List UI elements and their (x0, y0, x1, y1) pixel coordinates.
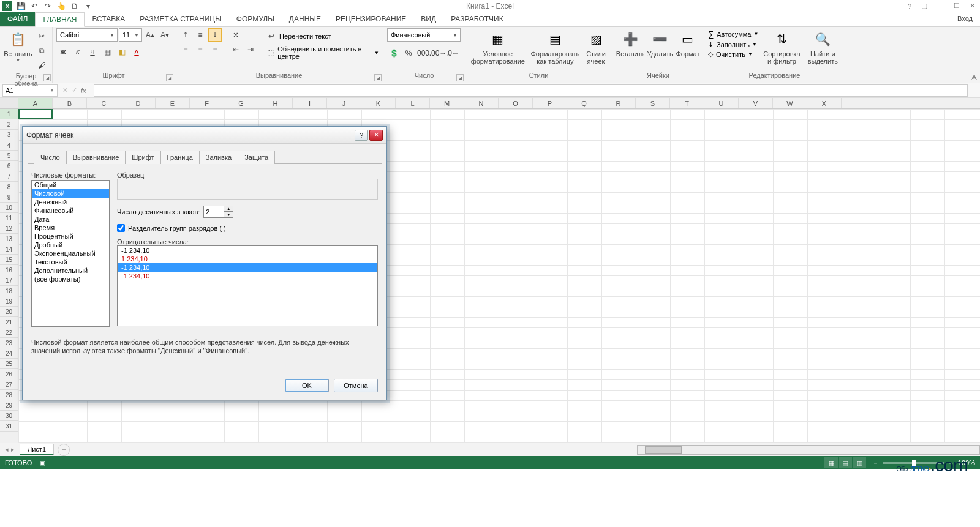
row-header[interactable]: 10 (0, 203, 18, 213)
spinner-up-button[interactable]: ▲ (224, 206, 233, 212)
row-header[interactable]: 17 (0, 275, 18, 286)
qat-save-button[interactable]: 💾 (16, 1, 26, 11)
format-list-item[interactable]: Дополнительный (32, 266, 109, 275)
spinner-down-button[interactable]: ▼ (224, 212, 233, 217)
sheet-prev-button[interactable]: ▸ (11, 446, 15, 454)
merge-center-button[interactable]: ⬚Объединить и поместить в центре▼ (265, 45, 379, 60)
qat-undo-button[interactable]: ↶ (29, 1, 39, 11)
row-header[interactable]: 7 (0, 171, 18, 182)
increase-indent-button[interactable]: ⇥ (244, 43, 257, 56)
column-header[interactable]: F (190, 98, 224, 108)
chevron-down-icon[interactable]: ▼ (108, 32, 116, 38)
align-center-button[interactable]: ≡ (194, 43, 207, 56)
negative-format-item[interactable]: -1 234,10 (118, 246, 377, 255)
column-header[interactable]: E (156, 98, 190, 108)
find-select-button[interactable]: 🔍Найти и выделить (805, 28, 840, 66)
format-list-item[interactable]: Общий (32, 181, 109, 189)
add-sheet-button[interactable]: ＋ (58, 444, 70, 456)
column-header[interactable]: J (327, 98, 361, 108)
sort-filter-button[interactable]: ⇅Сортировка и фильтр (761, 28, 802, 66)
zoom-slider[interactable] (883, 462, 944, 464)
row-header[interactable]: 20 (0, 307, 18, 317)
dialog-tab[interactable]: Граница (160, 151, 200, 164)
column-header[interactable]: W (773, 98, 807, 108)
insert-cells-button[interactable]: ➕Вставить (616, 28, 644, 59)
zoom-in-button[interactable]: ＋ (948, 458, 954, 468)
row-header[interactable]: 4 (0, 140, 18, 151)
row-header[interactable]: 21 (0, 317, 18, 327)
column-header[interactable]: C (87, 98, 121, 108)
maximize-button[interactable]: ☐ (951, 1, 962, 11)
row-header[interactable]: 29 (0, 400, 18, 411)
macro-record-icon[interactable]: ▣ (39, 459, 45, 467)
row-header[interactable]: 28 (0, 390, 18, 400)
column-header[interactable]: D (121, 98, 156, 108)
decrease-indent-button[interactable]: ⇤ (229, 43, 243, 56)
fill-button[interactable]: ↧Заполнить▼ (708, 40, 758, 48)
tab-review[interactable]: РЕЦЕНЗИРОВАНИЕ (328, 12, 413, 26)
row-header[interactable]: 18 (0, 286, 18, 296)
format-as-table-button[interactable]: ▤Форматировать как таблицу (529, 28, 581, 66)
grow-font-button[interactable]: A▴ (143, 28, 157, 42)
dialog-close-button[interactable]: ✕ (369, 130, 383, 141)
row-header[interactable]: 9 (0, 192, 18, 203)
bold-button[interactable]: Ж (56, 45, 70, 59)
row-header[interactable]: 3 (0, 130, 18, 140)
format-list-item[interactable]: Экспоненциальный (32, 249, 109, 258)
increase-decimal-button[interactable]: .00→ (431, 47, 445, 60)
clipboard-launcher[interactable]: ◢ (43, 74, 51, 81)
dialog-tab[interactable]: Выравнивание (66, 151, 126, 164)
column-header[interactable]: R (601, 98, 636, 108)
dialog-titlebar[interactable]: Формат ячеек ? ✕ (23, 127, 386, 144)
column-header[interactable]: X (807, 98, 842, 108)
align-left-button[interactable]: ≡ (179, 43, 192, 56)
row-header[interactable]: 13 (0, 234, 18, 244)
paste-button[interactable]: 📋 Вставить ▼ (4, 28, 32, 64)
column-header[interactable]: I (293, 98, 327, 108)
format-list-item[interactable]: (все форматы) (32, 275, 109, 283)
column-header[interactable]: L (396, 98, 430, 108)
row-header[interactable]: 15 (0, 255, 18, 265)
tab-developer[interactable]: РАЗРАБОТЧИК (443, 12, 511, 26)
comma-button[interactable]: 000 (417, 47, 430, 60)
fx-icon[interactable]: fx (81, 87, 86, 94)
row-header[interactable]: 5 (0, 151, 18, 161)
column-header[interactable]: A (18, 98, 53, 108)
dialog-tab[interactable]: Защита (238, 151, 275, 164)
zoom-out-button[interactable]: － (872, 458, 879, 468)
orientation-button[interactable]: ⤭ (229, 28, 243, 42)
dialog-tab[interactable]: Число (34, 151, 67, 164)
scroll-thumb[interactable] (645, 446, 682, 454)
conditional-formatting-button[interactable]: ▦Условное форматирование (469, 28, 527, 66)
dialog-tab[interactable]: Заливка (199, 151, 238, 164)
row-header[interactable]: 25 (0, 359, 18, 369)
column-header[interactable]: G (224, 98, 258, 108)
shrink-font-button[interactable]: A▾ (158, 28, 172, 42)
view-page-break-button[interactable]: ▥ (853, 457, 866, 468)
row-header[interactable]: 24 (0, 348, 18, 359)
tab-data[interactable]: ДАННЫЕ (282, 12, 328, 26)
column-header[interactable]: T (670, 98, 704, 108)
format-list-item[interactable]: Денежный (32, 198, 109, 206)
row-header[interactable]: 26 (0, 369, 18, 379)
column-header[interactable]: B (53, 98, 87, 108)
ok-button[interactable]: OK (285, 379, 329, 392)
minimize-button[interactable]: — (935, 1, 946, 11)
font-size-combo[interactable]: 11▼ (119, 28, 142, 42)
row-header[interactable]: 31 (0, 421, 18, 432)
help-icon[interactable]: ? (905, 1, 914, 11)
decimals-spinner[interactable]: ▲▼ (203, 206, 233, 218)
row-header[interactable]: 12 (0, 223, 18, 234)
tab-view[interactable]: ВИД (413, 12, 443, 26)
qat-customize-button[interactable]: ▾ (83, 1, 93, 11)
ribbon-options-icon[interactable]: ▢ (919, 1, 930, 11)
row-header[interactable]: 14 (0, 244, 18, 255)
format-list-item[interactable]: Числовой (32, 189, 109, 198)
accounting-button[interactable]: 💲 (387, 47, 401, 60)
column-header[interactable]: Q (567, 98, 601, 108)
percent-button[interactable]: % (402, 47, 415, 60)
sheet-first-button[interactable]: ◂ (5, 446, 9, 454)
format-painter-button[interactable]: 🖌 (35, 59, 48, 72)
view-normal-button[interactable]: ▦ (824, 457, 838, 468)
column-header[interactable]: K (361, 98, 396, 108)
